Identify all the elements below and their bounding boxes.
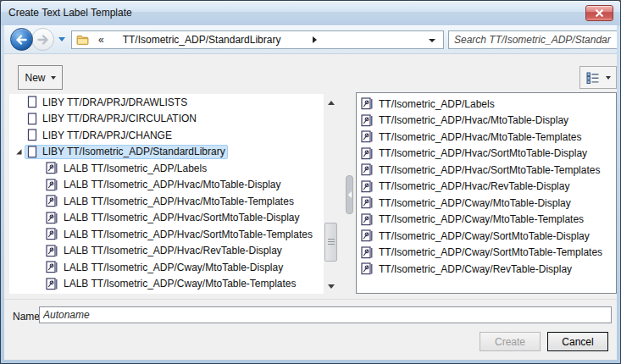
name-input[interactable] <box>39 306 612 323</box>
scroll-up-button[interactable] <box>324 96 338 110</box>
list-item[interactable]: TT/Isometric_ADP/Cway/RevTable-Display <box>358 261 616 278</box>
label-template-icon <box>46 278 58 290</box>
tree-item-content[interactable]: LALB TT/Isometric_ADP/Labels <box>43 161 209 175</box>
panel-splitter-handle[interactable] <box>346 175 353 214</box>
tree-item[interactable]: LIBY TT/Isometric_ADP/StandardLibrary <box>9 144 324 161</box>
address-path-segment[interactable]: TT/Isometric_ADP/StandardLibrary <box>123 34 281 46</box>
tree-item[interactable]: LALB TT/Isometric_ADP/Hvac/SortMtoTable-… <box>9 226 324 243</box>
tree-item-content[interactable]: LIBY TT/DRA/PRJ/CIRCULATION <box>25 112 199 126</box>
label-template-icon <box>46 162 58 174</box>
label-template-icon <box>361 163 374 176</box>
tree-item-label: LIBY TT/DRA/PRJ/CIRCULATION <box>42 113 197 124</box>
tree-item[interactable]: LALB TT/Isometric_ADP/Cway/MtoTable-Disp… <box>9 259 324 276</box>
address-bar[interactable]: « TT/Isometric_ADP/StandardLibrary <box>71 30 444 49</box>
address-overflow-chevron[interactable]: « <box>98 34 104 46</box>
tree-item-content[interactable]: LALB TT/Isometric_ADP/Cway/MtoTable-Temp… <box>43 277 299 291</box>
tree-item[interactable]: LIBY TT/DRA/PRJ/CIRCULATION <box>9 111 324 128</box>
tree-item-content[interactable]: LIBY TT/DRA/PRJ/CHANGE <box>25 128 175 142</box>
tree-item[interactable]: LALB TT/Isometric_ADP/Hvac/SortMtoTable-… <box>9 210 324 227</box>
list-item[interactable]: TT/Isometric_ADP/Cway/SortMtoTable-Templ… <box>358 245 616 262</box>
tree-item-label: LALB TT/Isometric_ADP/Hvac/SortMtoTable-… <box>64 212 300 223</box>
label-template-icon <box>361 196 374 209</box>
scroll-down-icon <box>328 284 335 289</box>
list-item[interactable]: TT/Isometric_ADP/Cway/MtoTable-Templates <box>358 212 616 229</box>
list-item[interactable]: TT/Isometric_ADP/Hvac/MtoTable-Display <box>358 113 616 130</box>
navigation-bar: « TT/Isometric_ADP/StandardLibrary <box>4 25 617 54</box>
address-dropdown-icon[interactable] <box>429 39 435 42</box>
forward-arrow-icon <box>36 35 49 45</box>
list-item-label: TT/Isometric_ADP/Labels <box>379 98 495 110</box>
label-template-icon <box>361 262 374 275</box>
list-item-label: TT/Isometric_ADP/Hvac/SortMtoTable-Templ… <box>379 164 600 176</box>
tree-item[interactable]: LALB TT/Isometric_ADP/Cway/MtoTable-Temp… <box>9 276 324 293</box>
tree-item[interactable]: LIBY TT/DRA/PRJ/DRAWLISTS <box>9 94 324 111</box>
back-button[interactable] <box>10 28 33 51</box>
list-item[interactable]: TT/Isometric_ADP/Cway/SortMtoTable-Displ… <box>358 228 616 245</box>
tree-item-content[interactable]: LALB TT/Isometric_ADP/Hvac/SortMtoTable-… <box>43 211 302 225</box>
list-item[interactable]: TT/Isometric_ADP/Hvac/SortMtoTable-Templ… <box>358 162 616 179</box>
label-template-icon <box>361 213 374 226</box>
footer-separator <box>4 299 617 300</box>
cancel-button[interactable]: Cancel <box>547 332 608 351</box>
tree-item[interactable]: LALB TT/Isometric_ADP/Hvac/MtoTable-Disp… <box>9 177 324 194</box>
forward-button[interactable] <box>31 28 54 51</box>
tree-item[interactable]: LALB TT/Isometric_ADP/Labels <box>9 160 324 177</box>
tree-item-content[interactable]: LALB TT/Isometric_ADP/Hvac/MtoTable-Disp… <box>43 178 284 192</box>
tree-item-content[interactable]: LALB TT/Isometric_ADP/Hvac/MtoTable-Temp… <box>43 194 297 208</box>
tree-item-label: LALB TT/Isometric_ADP/Cway/MtoTable-Disp… <box>64 262 283 273</box>
create-text-label-template-dialog: Create Text Label Template <box>0 0 621 364</box>
scroll-down-button[interactable] <box>324 279 338 294</box>
tree-item-label: LALB TT/Isometric_ADP/Labels <box>64 163 207 174</box>
scrollbar-thumb[interactable] <box>324 223 337 262</box>
tree-item-content[interactable]: LALB TT/Isometric_ADP/Cway/MtoTable-Disp… <box>43 260 286 274</box>
close-button[interactable] <box>585 5 613 21</box>
label-template-icon <box>46 261 58 273</box>
tree-item[interactable]: LIBY TT/DRA/PRJ/CHANGE <box>9 127 324 144</box>
library-icon <box>27 96 37 108</box>
tree-item[interactable]: LALB TT/Isometric_ADP/Hvac/MtoTable-Temp… <box>9 193 324 210</box>
tree-item-label: LALB TT/Isometric_ADP/Hvac/SortMtoTable-… <box>64 229 313 240</box>
tree-scrollbar[interactable] <box>324 96 338 294</box>
new-button[interactable]: New <box>18 65 63 90</box>
label-template-icon <box>46 179 58 191</box>
recent-pages-dropdown-icon[interactable] <box>58 37 65 41</box>
list-item-label: TT/Isometric_ADP/Hvac/MtoTable-Templates <box>379 131 581 143</box>
list-item[interactable]: TT/Isometric_ADP/Hvac/SortMtoTable-Displ… <box>358 146 616 163</box>
search-box <box>448 30 617 49</box>
label-template-icon <box>361 147 374 160</box>
template-list-panel[interactable]: TT/Isometric_ADP/LabelsTT/Isometric_ADP/… <box>356 92 617 294</box>
tree-item-content[interactable]: LALB TT/Isometric_ADP/Hvac/RevTable-Disp… <box>43 244 285 258</box>
view-dropdown-icon <box>606 76 611 80</box>
list-item[interactable]: TT/Isometric_ADP/Hvac/MtoTable-Templates <box>358 129 616 146</box>
label-template-icon <box>361 114 374 127</box>
address-segment-expand-icon[interactable] <box>313 36 317 43</box>
search-input[interactable] <box>449 31 617 48</box>
tree-item-label: LIBY TT/DRA/PRJ/DRAWLISTS <box>42 97 187 108</box>
dialog-body: « TT/Isometric_ADP/StandardLibrary New <box>4 25 617 360</box>
label-template-icon <box>46 195 58 207</box>
label-template-icon <box>46 228 58 240</box>
tree-expander-expanded-icon[interactable] <box>13 148 25 156</box>
list-item[interactable]: TT/Isometric_ADP/Labels <box>358 96 616 113</box>
tree-item-content[interactable]: LIBY TT/DRA/PRJ/DRAWLISTS <box>25 95 190 109</box>
scrollbar-grip-icon <box>328 239 335 245</box>
window-title: Create Text Label Template <box>8 7 132 19</box>
library-tree-panel[interactable]: LIBY TT/DRA/PRJ/DRAWLISTSLIBY TT/DRA/PRJ… <box>9 94 324 294</box>
tree-item-selected[interactable]: LIBY TT/Isometric_ADP/StandardLibrary <box>25 145 228 159</box>
tree-item-label: LALB TT/Isometric_ADP/Hvac/MtoTable-Temp… <box>64 196 294 207</box>
list-item[interactable]: TT/Isometric_ADP/Cway/MtoTable-Display <box>358 195 616 212</box>
tree-item-content[interactable]: LALB TT/Isometric_ADP/Hvac/SortMtoTable-… <box>43 227 315 241</box>
titlebar[interactable]: Create Text Label Template <box>1 1 620 25</box>
tree-item[interactable]: LALB TT/Isometric_ADP/Hvac/RevTable-Disp… <box>9 243 324 260</box>
list-item[interactable]: TT/Isometric_ADP/Hvac/RevTable-Display <box>358 179 616 196</box>
create-button: Create <box>480 332 541 351</box>
change-view-button[interactable] <box>579 66 617 89</box>
label-template-icon <box>46 245 58 257</box>
tree-item-label: LIBY TT/DRA/PRJ/CHANGE <box>42 130 172 141</box>
list-item-label: TT/Isometric_ADP/Cway/MtoTable-Templates <box>379 213 584 225</box>
list-item-label: TT/Isometric_ADP/Cway/MtoTable-Display <box>379 197 571 209</box>
tree-rows: LIBY TT/DRA/PRJ/DRAWLISTSLIBY TT/DRA/PRJ… <box>9 94 324 292</box>
list-item-label: TT/Isometric_ADP/Cway/RevTable-Display <box>379 263 572 275</box>
splitter-collapse-icon <box>348 191 352 198</box>
close-icon <box>596 9 603 17</box>
